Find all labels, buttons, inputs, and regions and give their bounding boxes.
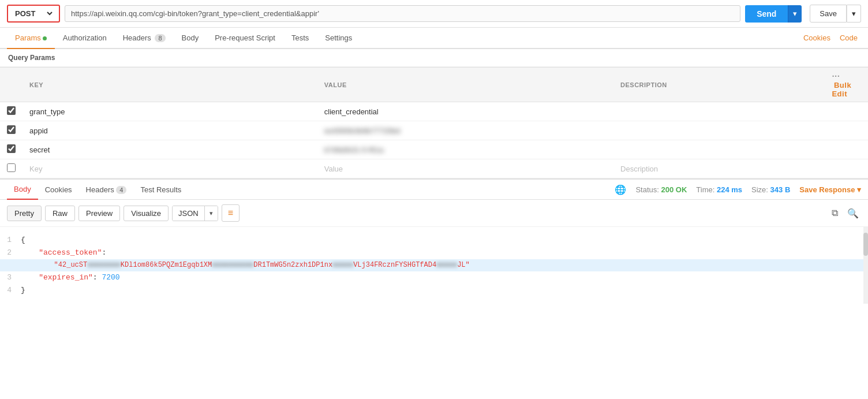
row2-key[interactable]: appid <box>23 121 317 140</box>
format-type-label: JSON <box>173 206 204 221</box>
code-line-4: 4 } <box>0 284 868 297</box>
time-value: 224 ms <box>717 185 742 194</box>
placeholder-checkbox-cell <box>0 159 23 178</box>
send-dropdown-button[interactable]: ▾ <box>788 5 802 23</box>
checkbox-header <box>0 68 23 102</box>
copy-button[interactable]: ⧉ <box>829 206 840 221</box>
row2-checkbox[interactable] <box>7 125 16 134</box>
tab-settings[interactable]: Settings <box>317 28 360 48</box>
response-section: Body Cookies Headers 4 Test Results 🌐 St… <box>0 178 868 304</box>
row1-key[interactable]: grant_type <box>23 102 317 121</box>
row2-checkbox-cell <box>0 121 23 140</box>
code-line-1: 1 { <box>0 234 868 247</box>
response-tab-test-results[interactable]: Test Results <box>133 180 188 199</box>
response-tab-cookies[interactable]: Cookies <box>38 180 79 199</box>
placeholder-row: Key Value Description <box>0 159 868 178</box>
response-status-area: 🌐 Status: 200 OK Time: 224 ms Size: 343 … <box>615 184 861 195</box>
row3-actions <box>825 140 868 159</box>
format-type-dropdown[interactable]: ▾ <box>204 206 218 221</box>
row1-checkbox[interactable] <box>7 106 16 115</box>
code-link[interactable]: Code <box>836 28 861 48</box>
row2-description[interactable] <box>613 121 825 140</box>
code-line-2b: "42_ucSTxxxxxxxxKDl1om86k5PQZm1Egqb1XMxx… <box>0 259 868 271</box>
search-button[interactable]: 🔍 <box>845 206 861 221</box>
table-row: appid wx0000b3b9b77720bd <box>0 121 868 140</box>
row2-value[interactable]: wx0000b3b9b77720bd <box>317 121 613 140</box>
placeholder-checkbox[interactable] <box>7 163 16 172</box>
method-selector[interactable]: POST GET PUT PATCH DELETE <box>7 5 60 23</box>
url-input[interactable]: https://api.weixin.qq.com/cgi-bin/token?… <box>65 5 740 22</box>
send-button[interactable]: Send <box>745 5 788 23</box>
placeholder-description[interactable]: Description <box>613 159 825 178</box>
actions-header: ··· Bulk Edit <box>825 68 868 102</box>
params-table: KEY VALUE DESCRIPTION ··· Bulk Edit gran… <box>0 67 868 178</box>
preview-button[interactable]: Preview <box>78 206 120 221</box>
tab-tests[interactable]: Tests <box>283 28 317 48</box>
format-type-group: JSON ▾ <box>172 206 218 221</box>
wrap-button[interactable]: ≡ <box>222 204 240 222</box>
tab-pre-request-script[interactable]: Pre-request Script <box>207 28 283 48</box>
row1-value[interactable]: client_credential <box>317 102 613 121</box>
response-format-toolbar: Pretty Raw Preview Visualize JSON ▾ ≡ ⧉ … <box>0 200 868 227</box>
tabs-right: Cookies Code <box>800 28 861 48</box>
response-tab-headers[interactable]: Headers 4 <box>79 180 134 199</box>
placeholder-actions <box>825 159 868 178</box>
value-column-header: VALUE <box>317 68 613 102</box>
response-toolbar-right: ⧉ 🔍 <box>829 206 861 221</box>
table-row: secret b7dfa0b31-5-f61a <box>0 140 868 159</box>
time-label: Time: 224 ms <box>696 185 742 194</box>
response-tab-body[interactable]: Body <box>7 180 38 200</box>
save-response-button[interactable]: Save Response ▾ <box>799 185 861 194</box>
send-group: Send ▾ <box>745 5 802 23</box>
globe-icon[interactable]: 🌐 <box>615 184 626 195</box>
description-column-header: DESCRIPTION <box>613 68 825 102</box>
size-label: Size: 343 B <box>751 185 790 194</box>
row2-actions <box>825 121 868 140</box>
placeholder-key[interactable]: Key <box>23 159 317 178</box>
code-line-3: 3 "expires_in": 7200 <box>0 271 868 284</box>
tab-params[interactable]: Params <box>7 28 55 49</box>
top-bar: POST GET PUT PATCH DELETE https://api.we… <box>0 0 868 28</box>
size-value: 343 B <box>770 185 791 194</box>
code-line-2: 2 "access_token": <box>0 247 868 259</box>
response-code-area: 1 { 2 "access_token": "42_ucSTxxxxxxxxKD… <box>0 227 868 304</box>
tab-headers[interactable]: Headers 8 <box>115 28 174 48</box>
method-dropdown[interactable]: POST GET PUT PATCH DELETE <box>13 9 54 18</box>
status-label: Status: 200 OK <box>635 185 687 194</box>
tab-authorization[interactable]: Authorization <box>55 28 115 48</box>
query-params-label: Query Params <box>0 49 868 67</box>
row1-actions <box>825 102 868 121</box>
visualize-button[interactable]: Visualize <box>124 206 169 221</box>
request-tabs-row: Params Authorization Headers 8 Body Pre-… <box>0 28 868 49</box>
row3-description[interactable] <box>613 140 825 159</box>
row3-checkbox-cell <box>0 140 23 159</box>
key-column-header: KEY <box>23 68 317 102</box>
tab-body[interactable]: Body <box>174 28 207 48</box>
table-row: grant_type client_credential <box>0 102 868 121</box>
pretty-button[interactable]: Pretty <box>7 206 42 221</box>
raw-button[interactable]: Raw <box>45 206 75 221</box>
row1-checkbox-cell <box>0 102 23 121</box>
row1-description[interactable] <box>613 102 825 121</box>
bulk-edit-button[interactable]: Bulk Edit <box>832 81 851 98</box>
save-dropdown-button[interactable]: ▾ <box>847 5 861 23</box>
status-value: 200 OK <box>661 185 687 194</box>
placeholder-value[interactable]: Value <box>317 159 613 178</box>
response-tabs-row: Body Cookies Headers 4 Test Results 🌐 St… <box>0 180 868 200</box>
scrollbar-thumb[interactable] <box>863 233 868 256</box>
row3-key[interactable]: secret <box>23 140 317 159</box>
vertical-scrollbar[interactable] <box>863 227 868 304</box>
params-dot <box>43 36 47 40</box>
save-group: Save ▾ <box>810 5 861 23</box>
row3-checkbox[interactable] <box>7 144 16 153</box>
row3-value[interactable]: b7dfa0b31-5-f61a <box>317 140 613 159</box>
code-block: 1 { 2 "access_token": "42_ucSTxxxxxxxxKD… <box>0 227 868 304</box>
save-button[interactable]: Save <box>810 5 847 23</box>
cookies-link[interactable]: Cookies <box>800 28 834 48</box>
more-icon[interactable]: ··· <box>832 71 840 81</box>
